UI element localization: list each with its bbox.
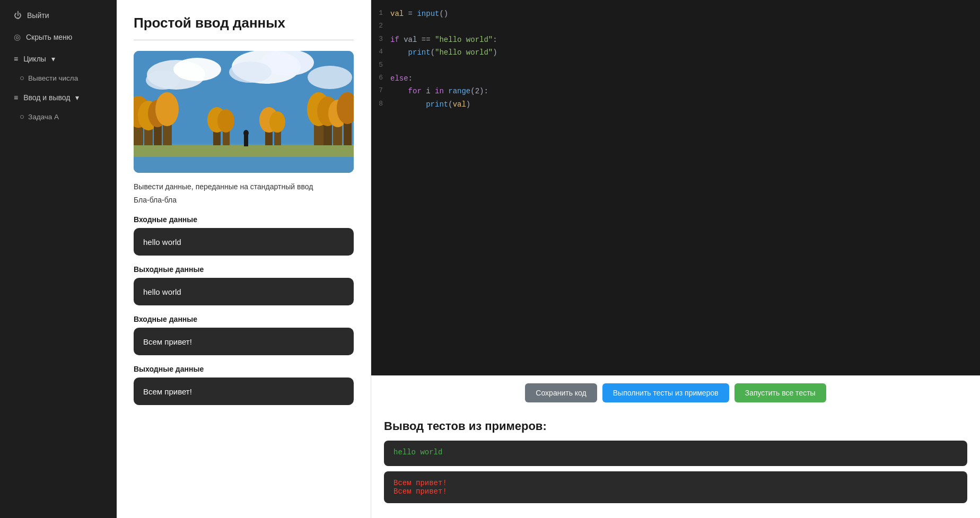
svg-point-7 <box>308 66 352 89</box>
line-content-1: val = input() <box>390 8 448 20</box>
line-content-7: for i in range(2): <box>390 85 488 97</box>
action-bar: Сохранить код Выполнить тесты из примеро… <box>371 375 980 410</box>
svg-point-28 <box>217 109 234 133</box>
line-num-4: 4 <box>371 47 390 58</box>
code-line-5: 5 <box>371 59 980 72</box>
output-result-1-text: hello world <box>393 448 442 456</box>
output-value-1: hello world <box>143 287 181 296</box>
code-line-1: 1 val = input() <box>371 7 980 20</box>
sidebar-section-io[interactable]: ≡ Ввод и вывод ▾ <box>4 88 112 107</box>
save-code-button[interactable]: Сохранить код <box>525 383 597 402</box>
svg-point-2 <box>173 58 221 81</box>
list-icon: ≡ <box>14 55 18 63</box>
left-panel: Простой ввод данных <box>117 0 371 518</box>
line-num-3: 3 <box>371 34 390 45</box>
right-panel: 1 val = input() 2 3 if val == "hello wor… <box>371 0 980 518</box>
svg-point-3 <box>146 71 180 90</box>
chevron-down-icon-2: ▾ <box>75 93 79 102</box>
sidebar-section-label: Циклы <box>23 55 46 63</box>
sidebar-item-print-numbers[interactable]: Вывести числа <box>0 69 117 87</box>
input-box-1: hello world <box>134 228 354 256</box>
line-content-6: else: <box>390 73 413 84</box>
code-line-7: 7 for i in range(2): <box>371 85 980 98</box>
output-result-2-line-1: Всем привет! <box>393 479 958 487</box>
sidebar-section-label: Ввод и вывод <box>23 93 70 102</box>
sidebar: ⏻ Выйти ◎ Скрыть меню ≡ Циклы ▾ Вывести … <box>0 0 117 518</box>
code-line-8: 8 print(val) <box>371 98 980 111</box>
task-subdesc: Бла-бла-бла <box>134 195 354 206</box>
sidebar-child-label: Задача А <box>28 113 59 121</box>
input-label-2: Входные данные <box>134 315 354 323</box>
svg-rect-33 <box>134 145 354 157</box>
output-box-2: Всем привет! <box>134 377 354 405</box>
line-content-3: if val == "hello world": <box>390 34 497 46</box>
output-value-2: Всем привет! <box>143 387 192 396</box>
output-result-2-line-2: Всем привет! <box>393 487 958 496</box>
svg-point-6 <box>229 62 272 83</box>
line-content-2 <box>390 21 395 32</box>
sidebar-child-label: Вывести числа <box>28 74 78 82</box>
line-content-4: print("hello world") <box>390 47 497 58</box>
task-image-svg <box>134 51 354 173</box>
dot-icon <box>20 76 24 80</box>
line-num-1: 1 <box>371 8 390 19</box>
output-label-1: Выходные данные <box>134 265 354 274</box>
code-editor[interactable]: 1 val = input() 2 3 if val == "hello wor… <box>371 0 980 375</box>
sidebar-item-label: Скрыть меню <box>26 33 72 41</box>
svg-point-16 <box>155 92 179 126</box>
chevron-down-icon: ▾ <box>51 55 55 63</box>
line-num-7: 7 <box>371 85 390 96</box>
run-examples-button[interactable]: Выполнить тесты из примеров <box>602 383 729 402</box>
sidebar-item-label: Выйти <box>27 11 49 20</box>
output-label-2: Выходные данные <box>134 365 354 373</box>
hide-menu-icon: ◎ <box>14 32 21 42</box>
dot-icon-2 <box>20 115 24 119</box>
svg-rect-36 <box>134 157 354 173</box>
sidebar-item-logout[interactable]: ⏻ Выйти <box>4 5 112 25</box>
svg-point-32 <box>269 111 285 133</box>
line-num-2: 2 <box>371 21 390 32</box>
sidebar-section-loops[interactable]: ≡ Циклы ▾ <box>4 49 112 68</box>
line-content-8: print(val) <box>390 99 470 110</box>
output-result-1: hello world <box>384 441 967 466</box>
task-description: Вывести данные, переданные на стандартны… <box>134 181 354 192</box>
output-box-1: hello world <box>134 278 354 305</box>
svg-rect-34 <box>244 135 248 146</box>
run-all-button[interactable]: Запустить все тесты <box>734 383 826 402</box>
output-result-2: Всем привет! Всем привет! <box>384 471 967 503</box>
input-value-1: hello world <box>143 238 181 247</box>
line-num-5: 5 <box>371 60 390 71</box>
main-content: Простой ввод данных <box>117 0 980 518</box>
list-icon-2: ≡ <box>14 93 18 102</box>
sidebar-item-hide-menu[interactable]: ◎ Скрыть меню <box>4 27 112 47</box>
code-line-6: 6 else: <box>371 72 980 85</box>
svg-point-35 <box>243 130 249 136</box>
line-num-6: 6 <box>371 73 390 84</box>
line-content-5 <box>390 60 395 72</box>
divider <box>134 40 354 40</box>
input-label-1: Входные данные <box>134 215 354 224</box>
output-results: hello world Всем привет! Всем привет! <box>371 441 967 503</box>
sidebar-item-task-a[interactable]: Задача А <box>0 108 117 126</box>
input-box-2: Всем привет! <box>134 328 354 355</box>
input-value-2: Всем привет! <box>143 337 192 346</box>
task-image <box>134 51 354 173</box>
output-section: Вывод тестов из примеров: hello world Вс… <box>371 410 980 518</box>
output-title: Вывод тестов из примеров: <box>371 419 967 433</box>
code-line-2: 2 <box>371 20 980 33</box>
code-line-3: 3 if val == "hello world": <box>371 33 980 46</box>
page-title: Простой ввод данных <box>134 15 354 31</box>
logout-icon: ⏻ <box>14 11 22 20</box>
code-line-4: 4 print("hello world") <box>371 46 980 59</box>
line-num-8: 8 <box>371 99 390 110</box>
